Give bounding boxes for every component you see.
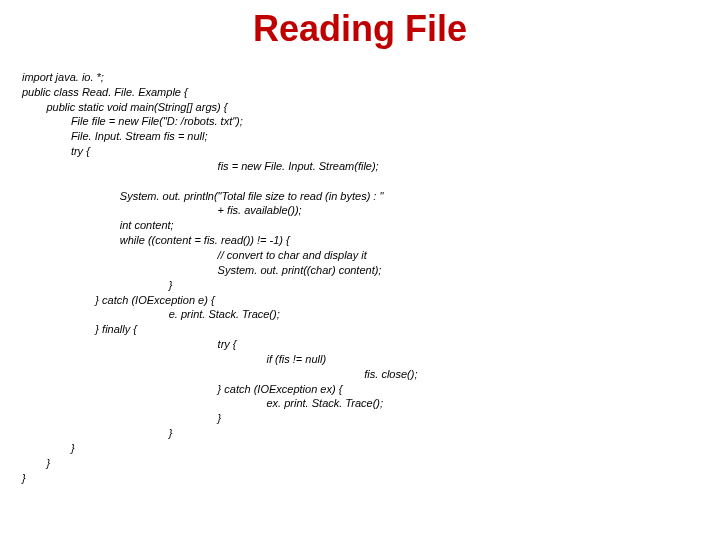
code-line: fis = new File. Input. Stream(file); [22,160,379,172]
code-line: e. print. Stack. Trace(); [22,308,280,320]
code-line: + fis. available()); [22,204,302,216]
code-line: try { [22,145,90,157]
code-line: File. Input. Stream fis = null; [22,130,208,142]
code-line: } [22,442,75,454]
code-line: } catch (IOException ex) { [22,383,342,395]
code-line: } finally { [22,323,137,335]
code-line: } catch (IOException e) { [22,294,215,306]
code-line: // convert to char and display it [22,249,367,261]
code-line: } [22,279,172,291]
code-line: if (fis != null) [22,353,326,365]
code-line: import java. io. *; [22,71,104,83]
code-line: try { [22,338,237,350]
code-line: ex. print. Stack. Trace(); [22,397,383,409]
code-line: } [22,427,172,439]
code-line: } [22,412,221,424]
code-line: System. out. print((char) content); [22,264,381,276]
code-line: while ((content = fis. read()) != -1) { [22,234,290,246]
code-line: public class Read. File. Example { [22,86,188,98]
code-line: File file = new File("D: /robots. txt"); [22,115,243,127]
code-block: import java. io. *; public class Read. F… [22,55,417,485]
code-line: } [22,457,50,469]
page-title: Reading File [0,8,720,50]
code-line: public static void main(String[] args) { [22,101,227,113]
code-line: int content; [22,219,174,231]
code-line: System. out. println("Total file size to… [22,190,383,202]
code-line: } [22,472,26,484]
code-line: fis. close(); [22,368,417,380]
